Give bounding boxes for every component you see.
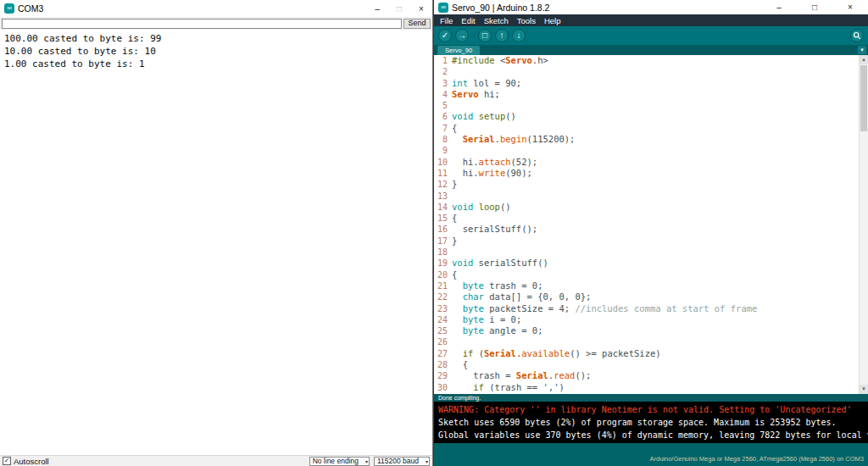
code-line[interactable]: 7{ — [434, 123, 859, 134]
code-text: void setup() — [452, 111, 516, 122]
line-number: 27 — [434, 348, 452, 359]
code-text: trash = Serial.read(); — [452, 370, 591, 381]
code-line[interactable]: 16 serialStuff(); — [434, 224, 859, 235]
code-line[interactable]: 13 — [434, 191, 859, 202]
serial-output-line: 10.00 casted to byte is: 10 — [4, 45, 428, 58]
scrollbar-thumb[interactable] — [860, 65, 867, 131]
code-line[interactable]: 15{ — [434, 213, 859, 224]
close-icon[interactable]: × — [832, 0, 868, 14]
code-text: serialStuff(); — [452, 224, 537, 235]
code-text — [452, 247, 457, 258]
line-number: 10 — [434, 157, 452, 168]
open-button[interactable]: ↑ — [495, 29, 509, 42]
code-line[interactable]: 14void loop() — [434, 202, 859, 213]
code-line[interactable]: 2 — [434, 66, 859, 77]
code-line[interactable]: 12} — [434, 179, 859, 190]
send-button[interactable]: Send — [403, 19, 431, 29]
code-line[interactable]: 10 hi.attach(52); — [434, 157, 859, 168]
code-line[interactable]: 25 byte angle = 0; — [434, 325, 859, 336]
code-text — [452, 100, 457, 111]
code-text: hi.attach(52); — [452, 157, 537, 168]
serial-output[interactable]: 100.00 casted to byte is: 9910.00 casted… — [0, 30, 432, 455]
line-number: 15 — [434, 213, 452, 224]
code-line[interactable]: 5 — [434, 100, 859, 111]
code-line[interactable]: 19void serialStuff() — [434, 258, 859, 269]
autoscroll-label: Autoscroll — [14, 457, 49, 466]
code-line[interactable]: 26 — [434, 336, 859, 347]
menu-help[interactable]: Help — [540, 16, 565, 25]
code-line[interactable]: 20{ — [434, 269, 859, 280]
new-sketch-button[interactable]: □ — [478, 29, 492, 42]
serial-monitor-titlebar[interactable]: ∞ COM3 – □ × — [0, 0, 432, 17]
code-line[interactable]: 24 byte i = 0; — [434, 314, 859, 325]
tab-strip: Servo_90 ▼ — [434, 45, 868, 55]
arduino-ide-window: ∞ Servo_90 | Arduino 1.8.2 – □ × FileEdi… — [433, 0, 868, 466]
code-line[interactable]: 27 if (Serial.available() >= packetSize) — [434, 348, 859, 359]
code-line[interactable]: 22 char data[] = {0, 0, 0}; — [434, 291, 859, 302]
line-number: 26 — [434, 336, 452, 347]
code-text: { — [452, 123, 457, 134]
line-number: 11 — [434, 168, 452, 179]
line-number: 17 — [434, 236, 452, 247]
code-line[interactable]: 8 Serial.begin(115200); — [434, 134, 859, 145]
verify-button[interactable]: ✓ — [438, 29, 452, 42]
baud-rate-select[interactable]: 115200 baud ▾ — [374, 457, 430, 466]
scroll-down-icon[interactable]: ▼ — [860, 385, 868, 394]
code-line[interactable]: 17} — [434, 236, 859, 247]
serial-send-input[interactable] — [2, 19, 402, 29]
menu-tools[interactable]: Tools — [513, 16, 540, 25]
close-icon[interactable]: × — [410, 0, 432, 17]
line-number: 16 — [434, 224, 452, 235]
code-line[interactable]: 29 trash = Serial.read(); — [434, 370, 859, 381]
upload-button[interactable]: → — [455, 29, 469, 42]
code-lines: 1#include <Servo.h>2 3int lol = 90;4Serv… — [434, 55, 859, 394]
code-line[interactable]: 18 — [434, 247, 859, 258]
code-editor[interactable]: 1#include <Servo.h>2 3int lol = 90;4Serv… — [434, 55, 868, 394]
menu-sketch[interactable]: Sketch — [480, 16, 513, 25]
code-line[interactable]: 3int lol = 90; — [434, 78, 859, 89]
checkbox-check-icon: ✓ — [3, 457, 11, 465]
minimize-icon[interactable]: – — [761, 0, 797, 14]
save-button[interactable]: ↓ — [512, 29, 526, 42]
line-ending-select[interactable]: No line ending ▾ — [309, 457, 370, 466]
tab-servo-90[interactable]: Servo_90 — [437, 46, 480, 55]
line-number: 4 — [434, 89, 452, 100]
line-number: 2 — [434, 66, 452, 77]
code-line[interactable]: 21 byte trash = 0; — [434, 280, 859, 291]
line-number: 8 — [434, 134, 452, 145]
maximize-icon[interactable]: □ — [388, 0, 410, 17]
ide-titlebar[interactable]: ∞ Servo_90 | Arduino 1.8.2 – □ × — [434, 0, 868, 14]
code-line[interactable]: 30 if (trash == ',') — [434, 382, 859, 393]
line-number: 18 — [434, 247, 452, 258]
code-text: void serialStuff() — [452, 258, 548, 269]
code-text: { — [452, 269, 457, 280]
autoscroll-checkbox[interactable]: ✓ Autoscroll — [3, 457, 49, 466]
scroll-up-icon[interactable]: ▲ — [860, 55, 868, 64]
code-line[interactable]: 9 — [434, 145, 859, 156]
code-line[interactable]: 31 { — [434, 393, 859, 394]
line-ending-value: No line ending — [313, 457, 359, 465]
tab-menu-button[interactable]: ▼ — [858, 46, 866, 54]
code-line[interactable]: 4Servo hi; — [434, 89, 859, 100]
code-line[interactable]: 11 hi.write(90); — [434, 168, 859, 179]
serial-monitor-button[interactable] — [850, 29, 864, 42]
line-number: 6 — [434, 111, 452, 122]
code-text: byte trash = 0; — [452, 280, 543, 291]
menu-edit[interactable]: Edit — [457, 16, 479, 25]
maximize-icon[interactable]: □ — [797, 0, 832, 14]
code-line[interactable]: 28 { — [434, 359, 859, 370]
menu-file[interactable]: File — [436, 16, 457, 25]
code-line[interactable]: 6void setup() — [434, 111, 859, 122]
code-line[interactable]: 1#include <Servo.h> — [434, 55, 859, 66]
code-line[interactable]: 23 byte packetSize = 4; //includes comma… — [434, 303, 859, 314]
editor-scrollbar[interactable]: ▲ ▼ — [859, 55, 868, 394]
minimize-icon[interactable]: – — [366, 0, 388, 17]
serial-options: No line ending ▾ 115200 baud ▾ — [309, 457, 430, 466]
line-number: 28 — [434, 359, 452, 370]
window-controls: – □ × — [366, 0, 432, 17]
chevron-down-icon: ▾ — [365, 458, 368, 466]
console-output[interactable]: WARNING: Category '' in library Neotimer… — [434, 402, 868, 443]
window-controls: – □ × — [761, 0, 868, 14]
code-text: if (Serial.available() >= packetSize) — [452, 348, 661, 359]
ide-bottom-bar: Arduino/Genuino Mega or Mega 2560, ATmeg… — [434, 443, 868, 466]
